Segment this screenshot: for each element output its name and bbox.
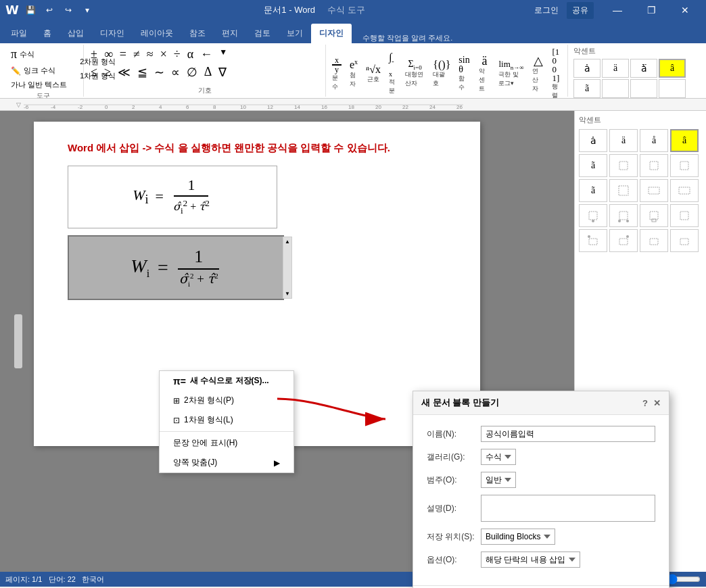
tab-references[interactable]: 참조 bbox=[181, 24, 214, 43]
sym-delta[interactable]: Δ bbox=[202, 64, 215, 81]
accent-cell-3[interactable]: à̈ bbox=[630, 59, 657, 78]
sym-emptyset[interactable]: ∅ bbox=[184, 64, 200, 81]
name-input[interactable] bbox=[481, 426, 655, 442]
accent-cell-2[interactable]: ä bbox=[602, 59, 629, 78]
script-btn[interactable]: ex 첨자 bbox=[348, 57, 360, 89]
sym-approx[interactable]: ≈ bbox=[144, 46, 156, 63]
bracket-btn[interactable]: {()} 대괄호 bbox=[431, 58, 452, 89]
ctx-1d-format[interactable]: ⊡ 1차원 형식(L) bbox=[160, 410, 293, 430]
sym-times[interactable]: × bbox=[158, 46, 170, 63]
dialog-help-btn[interactable]: ? bbox=[642, 398, 648, 408]
formula-selected[interactable]: Wi = 1 σ̂i2 + τ̂2 ▲ ▼ bbox=[68, 235, 284, 301]
tab-layout[interactable]: 레이아웃 bbox=[133, 24, 181, 43]
accent-cell-6[interactable] bbox=[602, 79, 629, 98]
scroll-up-arrow[interactable]: ▲ bbox=[285, 239, 290, 245]
fraction-btn[interactable]: x y 분수 bbox=[330, 55, 344, 93]
accent-r5c3[interactable] bbox=[640, 229, 668, 252]
largeop-btn[interactable]: Σi=0 대형연산자 bbox=[403, 58, 427, 90]
login-label[interactable]: 로그인 bbox=[534, 5, 559, 16]
accent-cell-7[interactable] bbox=[630, 79, 657, 98]
sym-prop[interactable]: ∝ bbox=[168, 64, 183, 81]
sym-alpha[interactable]: α bbox=[185, 46, 196, 63]
matrix-btn[interactable]: [1 00 1] 행렬 bbox=[550, 46, 563, 99]
text-mode-btn[interactable]: 가나 일반 텍스트 bbox=[7, 78, 71, 91]
sym-tilde[interactable]: ∼ bbox=[151, 64, 167, 81]
qat-more-btn[interactable]: ▾ bbox=[80, 3, 95, 18]
sym-nabla[interactable]: ∇ bbox=[216, 64, 229, 81]
sym-plus-minus[interactable]: ± bbox=[88, 46, 100, 63]
tab-design[interactable]: 디자인 bbox=[92, 24, 133, 43]
function-btn[interactable]: sin θ 함수 bbox=[456, 54, 472, 93]
accent-r1c4-selected[interactable]: â bbox=[670, 129, 699, 152]
gallery-select[interactable]: 수식 bbox=[481, 449, 516, 465]
category-select[interactable]: 일반 bbox=[481, 472, 516, 488]
tab-mailings[interactable]: 편지 bbox=[214, 24, 246, 43]
sym-infinity[interactable]: ∞ bbox=[101, 46, 116, 63]
accent-r3c2[interactable] bbox=[609, 179, 638, 202]
options-select[interactable]: 해당 단락의 내용 삽입 bbox=[481, 552, 580, 568]
formula-btn[interactable]: π 수식 bbox=[7, 46, 71, 63]
sym-more[interactable]: ▼ bbox=[216, 46, 230, 63]
sym-equal[interactable]: = bbox=[117, 46, 129, 63]
undo-btn[interactable]: ↩ bbox=[42, 3, 57, 18]
dialog-close-btn[interactable]: ✕ bbox=[653, 398, 661, 408]
accent-cell-5[interactable]: ã bbox=[573, 79, 601, 98]
formula-scrollbar[interactable]: ▲ ▼ bbox=[283, 237, 292, 299]
accent-r4c4[interactable] bbox=[670, 204, 699, 227]
sym-le2[interactable]: ≦ bbox=[135, 64, 150, 81]
tab-file[interactable]: 파일 bbox=[3, 24, 35, 43]
tab-review[interactable]: 검토 bbox=[246, 24, 279, 43]
sym-le[interactable]: ≤ bbox=[88, 64, 100, 81]
run-task-label[interactable]: 수행할 작업을 알려 주세요. bbox=[362, 33, 452, 43]
ink-formula-btn[interactable]: ✏️ 잉크 수식 bbox=[7, 64, 71, 77]
redo-btn[interactable]: ↪ bbox=[61, 3, 76, 18]
tab-view[interactable]: 보기 bbox=[279, 24, 311, 43]
accent-btn[interactable]: ä 악센트 bbox=[477, 53, 493, 95]
sym-angle[interactable]: ≪ bbox=[115, 64, 133, 81]
accent-r3c1[interactable]: ã bbox=[579, 179, 607, 202]
accent-r2c4[interactable] bbox=[670, 154, 699, 177]
accent-r2c3[interactable] bbox=[640, 154, 668, 177]
v-scroll-thumb[interactable] bbox=[14, 314, 22, 368]
sym-neq[interactable]: ≠ bbox=[131, 46, 143, 63]
ctx-inline[interactable]: 문장 안에 표시(H) bbox=[160, 433, 293, 453]
accent-r1c3[interactable]: å bbox=[640, 129, 668, 152]
accent-r3c4[interactable] bbox=[670, 179, 699, 202]
restore-btn[interactable]: ❐ bbox=[636, 0, 667, 20]
sym-div[interactable]: ÷ bbox=[171, 46, 183, 63]
radical-btn[interactable]: ⁿ√x 근호 bbox=[364, 63, 383, 85]
accent-r4c2[interactable] bbox=[609, 204, 638, 227]
accent-r5c4[interactable] bbox=[670, 229, 699, 252]
save-btn[interactable]: 💾 bbox=[23, 3, 38, 18]
integral-btn[interactable]: ∫-x 적분 bbox=[387, 51, 399, 97]
sym-arrow-left[interactable]: ← bbox=[197, 46, 215, 63]
operator-btn[interactable]: △ 연산자 bbox=[530, 53, 546, 95]
description-textarea[interactable] bbox=[481, 495, 655, 522]
share-btn[interactable]: 공유 bbox=[567, 2, 594, 19]
sym-ge[interactable]: ≥ bbox=[101, 64, 114, 81]
scroll-down-arrow[interactable]: ▼ bbox=[285, 291, 290, 297]
accent-r2c2[interactable] bbox=[609, 154, 638, 177]
accent-r4c1[interactable] bbox=[579, 204, 607, 227]
minimize-btn[interactable]: — bbox=[602, 0, 633, 20]
accent-cell-8[interactable] bbox=[659, 79, 686, 98]
ctx-save-formula[interactable]: π= 새 수식으로 저장(S)... bbox=[160, 371, 293, 391]
formula-box-inline[interactable]: Wi = 1 σ̂i2 + τ̂2 bbox=[68, 166, 277, 228]
accent-cell-4-selected[interactable]: â bbox=[659, 59, 686, 78]
ctx-justify[interactable]: 양쪽 맞춤(J) ▶ bbox=[160, 453, 293, 472]
accent-r2c1[interactable]: ã bbox=[579, 154, 607, 177]
accent-r3c3[interactable] bbox=[640, 179, 668, 202]
tab-formula-design[interactable]: 디자인 bbox=[311, 24, 352, 43]
limit-btn[interactable]: limn→∞ 극한 및 로그▾ bbox=[496, 58, 525, 90]
save-location-select[interactable]: Building Blocks bbox=[481, 529, 555, 545]
close-btn[interactable]: ✕ bbox=[669, 0, 701, 20]
tab-home[interactable]: 홈 bbox=[35, 24, 60, 43]
accent-r1c2[interactable]: ä bbox=[609, 129, 638, 152]
ctx-2d-format[interactable]: ⊞ 2차원 형식(P) bbox=[160, 391, 293, 410]
accent-r4c3[interactable] bbox=[640, 204, 668, 227]
accent-r5c2[interactable] bbox=[609, 229, 638, 252]
accent-r5c1[interactable] bbox=[579, 229, 607, 252]
tab-insert[interactable]: 삽입 bbox=[60, 24, 92, 43]
accent-cell-1[interactable]: ȧ bbox=[573, 59, 601, 78]
accent-r1c1[interactable]: ȧ bbox=[579, 129, 607, 152]
